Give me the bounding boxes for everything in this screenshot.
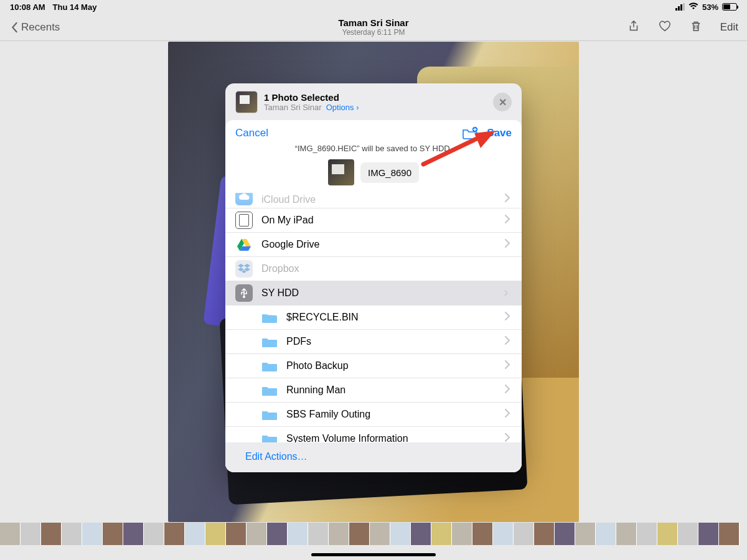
folder-running-man[interactable]: Running Man (225, 378, 522, 402)
location-label: Google Drive (261, 239, 319, 250)
location-label: iCloud Drive (261, 194, 316, 205)
share-sheet-header: 1 Photo Selected Taman Sri Sinar Options… (225, 83, 522, 119)
location-icloud-drive[interactable]: iCloud Drive (225, 193, 522, 208)
location-sy-hdd[interactable]: SY HDD (225, 281, 522, 305)
cancel-button[interactable]: Cancel (235, 127, 268, 139)
nav-title-block: Taman Sri Sinar Yesterday 6:11 PM (338, 17, 408, 37)
location-label: On My iPad (261, 215, 314, 226)
folder-label: SBS Family Outing (286, 409, 370, 420)
chevron-right-icon (504, 214, 510, 226)
svg-point-4 (243, 296, 245, 298)
edit-actions-link[interactable]: Edit Actions… (245, 451, 308, 462)
share-sheet-title: 1 Photo Selected (264, 92, 359, 103)
chevron-right-icon (504, 335, 510, 348)
file-thumbnail (328, 159, 354, 185)
trash-icon (689, 19, 703, 33)
chevron-right-icon (504, 360, 510, 372)
folder-icon (261, 335, 278, 348)
chevron-down-icon (501, 290, 514, 296)
back-button[interactable]: Recents (9, 21, 60, 34)
share-icon (627, 19, 641, 33)
folder-icon (261, 432, 278, 442)
close-icon: ✕ (499, 96, 507, 108)
nav-subtitle: Yesterday 6:11 PM (338, 28, 408, 37)
chevron-right-icon (504, 311, 510, 324)
back-label: Recents (21, 21, 60, 34)
google-drive-icon (235, 236, 253, 253)
delete-button[interactable] (689, 19, 703, 35)
location-label: Dropbox (261, 263, 299, 274)
nav-title: Taman Sri Sinar (338, 17, 408, 28)
cellular-signal-icon (675, 3, 685, 11)
folder-icon (261, 311, 278, 324)
status-time: 10:08 AM (10, 2, 45, 12)
share-button[interactable] (627, 19, 641, 35)
status-date: Thu 14 May (53, 2, 97, 12)
wifi-icon (688, 2, 698, 12)
save-destination-message: “IMG_8690.HEIC” will be saved to SY HDD. (225, 141, 522, 159)
thumbnail-strip[interactable] (0, 523, 747, 545)
folder-photo-backup[interactable]: Photo Backup (225, 353, 522, 378)
icloud-icon (235, 193, 253, 205)
location-list: iCloud Drive On My iPad Google Drive (225, 193, 522, 442)
dropbox-icon (235, 260, 253, 278)
chevron-right-icon (504, 408, 510, 421)
folder-label: PDFs (286, 336, 311, 347)
location-label: SY HDD (261, 287, 299, 299)
share-sheet: 1 Photo Selected Taman Sri Sinar Options… (225, 83, 522, 472)
folder-label: Running Man (286, 385, 345, 396)
heart-icon (658, 19, 672, 33)
share-sheet-thumbnail (235, 91, 258, 113)
ipad-icon (235, 212, 253, 229)
home-indicator[interactable] (311, 553, 436, 556)
chevron-right-icon (504, 384, 510, 396)
filename-input[interactable]: IMG_8690 (360, 162, 419, 183)
chevron-right-icon (504, 238, 510, 251)
close-button[interactable]: ✕ (493, 93, 512, 111)
folder-label: System Volume Information (286, 433, 408, 442)
chevron-left-icon (9, 22, 20, 33)
folder-icon (261, 360, 278, 372)
share-sheet-subtitle: Taman Sri Sinar (264, 103, 321, 112)
folder-sbs-family-outing[interactable]: SBS Family Outing (225, 402, 522, 426)
chevron-right-icon (504, 193, 510, 205)
save-button[interactable]: Save (487, 127, 512, 139)
folder-system-volume-information[interactable]: System Volume Information (225, 426, 522, 442)
favorite-button[interactable] (658, 19, 672, 35)
location-on-my-ipad[interactable]: On My iPad (225, 208, 522, 232)
folder-label: Photo Backup (286, 360, 349, 371)
edit-button[interactable]: Edit (720, 21, 738, 34)
location-google-drive[interactable]: Google Drive (225, 232, 522, 256)
battery-percent: 53% (702, 2, 718, 12)
nav-bar: Recents Taman Sri Sinar Yesterday 6:11 P… (0, 14, 747, 41)
chevron-right-icon (504, 432, 510, 442)
share-options-link[interactable]: Options › (326, 103, 359, 112)
folder-pdfs[interactable]: PDFs (225, 329, 522, 353)
folder-icon (261, 384, 278, 396)
usb-drive-icon (235, 284, 253, 302)
folder-icon (261, 408, 278, 421)
status-bar: 10:08 AM Thu 14 May 53% (0, 0, 747, 14)
new-folder-icon (462, 126, 478, 140)
folder-recycle-bin[interactable]: $RECYCLE.BIN (225, 305, 522, 329)
new-folder-button[interactable] (462, 126, 478, 140)
folder-label: $RECYCLE.BIN (286, 312, 359, 323)
location-dropbox[interactable]: Dropbox (225, 256, 522, 281)
battery-icon (722, 3, 737, 11)
